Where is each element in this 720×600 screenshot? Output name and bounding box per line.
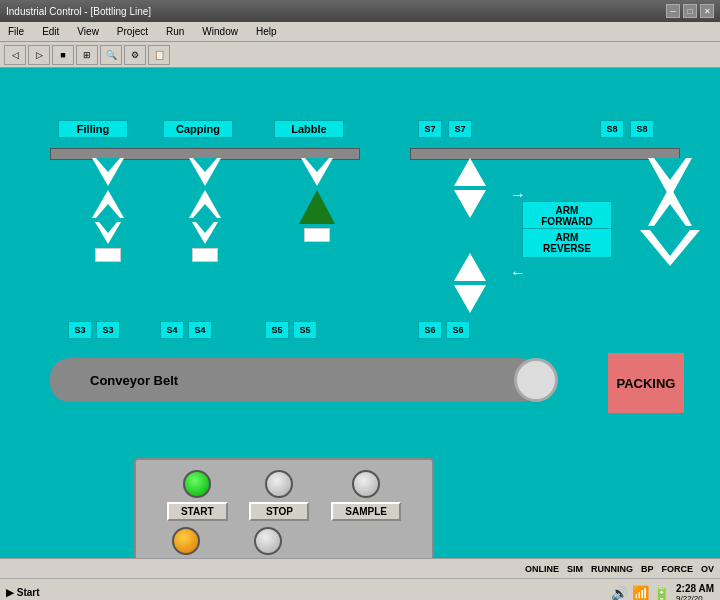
control-panel: START STOP SAMPLE AUTO MANUAL xyxy=(134,458,434,558)
menu-bar: File Edit View Project Run Window Help xyxy=(0,22,720,42)
toolbar-btn-1[interactable]: ◁ xyxy=(4,45,26,65)
toolbar-btn-3[interactable]: ■ xyxy=(52,45,74,65)
toolbar-btn-7[interactable]: 📋 xyxy=(148,45,170,65)
led-sample xyxy=(352,470,380,498)
status-bp: BP xyxy=(641,564,654,574)
menu-edit[interactable]: Edit xyxy=(38,25,63,38)
actuator-labble xyxy=(295,158,339,242)
title-bar: Industrial Control - [Bottling Line] ─ □… xyxy=(0,0,720,22)
arm-reverse-button[interactable]: ARM REVERSE xyxy=(522,228,612,258)
menu-view[interactable]: View xyxy=(73,25,103,38)
start-button[interactable]: START xyxy=(167,502,228,521)
taskbar-start[interactable]: ▶ Start xyxy=(6,587,40,598)
station-labble: Labble xyxy=(274,120,344,138)
sample-button[interactable]: SAMPLE xyxy=(331,502,401,521)
capping-arrow-down xyxy=(185,158,225,186)
sensor-s4b[interactable]: S4 xyxy=(188,321,212,339)
menu-help[interactable]: Help xyxy=(252,25,281,38)
menu-file[interactable]: File xyxy=(4,25,28,38)
menu-window[interactable]: Window xyxy=(198,25,242,38)
filling-arrow-down-small xyxy=(93,222,123,244)
status-running: RUNNING xyxy=(591,564,633,574)
conveyor-belt: Conveyor Belt xyxy=(50,358,540,402)
toolbar-btn-2[interactable]: ▷ xyxy=(28,45,50,65)
svg-marker-16 xyxy=(454,190,486,218)
taskbar-time: 2:28 AM xyxy=(676,583,714,594)
maximize-button[interactable]: □ xyxy=(683,4,697,18)
sensor-s7b[interactable]: S7 xyxy=(448,120,472,138)
capper-vshape xyxy=(640,230,700,266)
taskbar-icons: 🔊 📶 🔋 xyxy=(611,585,670,601)
capping-arrow-up xyxy=(185,190,225,218)
close-button[interactable]: ✕ xyxy=(700,4,714,18)
taskbar-right: 🔊 📶 🔋 2:28 AM 9/22/20 xyxy=(611,583,714,601)
svg-marker-15 xyxy=(454,158,486,186)
taskbar: ▶ Start 🔊 📶 🔋 2:28 AM 9/22/20 xyxy=(0,578,720,600)
sensor-s6b[interactable]: S6 xyxy=(446,321,470,339)
sensor-s7a[interactable]: S7 xyxy=(418,120,442,138)
labble-arrow-up-green xyxy=(295,190,339,224)
taskbar-datetime: 2:28 AM 9/22/20 xyxy=(676,583,714,601)
station-filling: Filling xyxy=(58,120,128,138)
status-bar: ONLINE SIM RUNNING BP FORCE OV xyxy=(0,558,720,578)
arm-reverse-arrow: ← xyxy=(510,264,526,282)
sensor-s5b[interactable]: S5 xyxy=(293,321,317,339)
menu-run[interactable]: Run xyxy=(162,25,188,38)
toolbar-btn-4[interactable]: ⊞ xyxy=(76,45,98,65)
actuator-right-large xyxy=(640,158,700,266)
toolbar-btn-6[interactable]: ⚙ xyxy=(124,45,146,65)
svg-marker-23 xyxy=(454,285,486,313)
arm-forward-button[interactable]: ARM FORWARD xyxy=(522,201,612,231)
conveyor-label: Conveyor Belt xyxy=(90,373,178,388)
svg-marker-21 xyxy=(640,230,700,266)
main-canvas: Filling Capping Labble S7 S7 S8 S8 xyxy=(0,68,720,558)
svg-marker-14 xyxy=(299,190,335,224)
actuator-filling xyxy=(88,158,128,262)
led-manual xyxy=(254,527,282,555)
labble-actuator-rect xyxy=(304,228,330,242)
menu-project[interactable]: Project xyxy=(113,25,152,38)
actuator-capping xyxy=(185,158,225,262)
right-large-arrows xyxy=(642,158,698,226)
stop-button[interactable]: STOP xyxy=(249,502,309,521)
status-ov: OV xyxy=(701,564,714,574)
svg-marker-22 xyxy=(454,253,486,281)
status-force: FORCE xyxy=(661,564,693,574)
sensor-s8b[interactable]: S8 xyxy=(630,120,654,138)
sensor-s3a[interactable]: S3 xyxy=(68,321,92,339)
sensor-s8a[interactable]: S8 xyxy=(600,120,624,138)
sensor-s5a[interactable]: S5 xyxy=(265,321,289,339)
title-bar-title: Industrial Control - [Bottling Line] xyxy=(6,6,151,17)
sensor-s3b[interactable]: S3 xyxy=(96,321,120,339)
actuator-arm-vertical xyxy=(448,158,492,218)
toolbar: ◁ ▷ ■ ⊞ 🔍 ⚙ 📋 xyxy=(0,42,720,68)
filling-arrow-up xyxy=(88,190,128,218)
arm-lower-double-arrow xyxy=(448,253,492,313)
title-bar-controls: ─ □ ✕ xyxy=(666,4,714,18)
labble-arrow-down xyxy=(297,158,337,186)
sensor-s4a[interactable]: S4 xyxy=(160,321,184,339)
minimize-button[interactable]: ─ xyxy=(666,4,680,18)
filling-actuator-rect xyxy=(95,248,121,262)
conveyor-wheel xyxy=(514,358,558,402)
capping-arrow-down-small xyxy=(190,222,220,244)
status-online: ONLINE xyxy=(525,564,559,574)
taskbar-date: 9/22/20 xyxy=(676,594,714,601)
station-capping: Capping xyxy=(163,120,233,138)
packing-button[interactable]: PACKING xyxy=(608,353,684,413)
sensor-s6a[interactable]: S6 xyxy=(418,321,442,339)
actuator-arm-lower xyxy=(448,253,492,313)
arm-double-arrow-vertical xyxy=(448,158,492,218)
toolbar-btn-5[interactable]: 🔍 xyxy=(100,45,122,65)
led-stop xyxy=(265,470,293,498)
capping-actuator-rect xyxy=(192,248,218,262)
led-start xyxy=(183,470,211,498)
status-sim: SIM xyxy=(567,564,583,574)
filling-arrow-down xyxy=(88,158,128,186)
led-auto xyxy=(172,527,200,555)
